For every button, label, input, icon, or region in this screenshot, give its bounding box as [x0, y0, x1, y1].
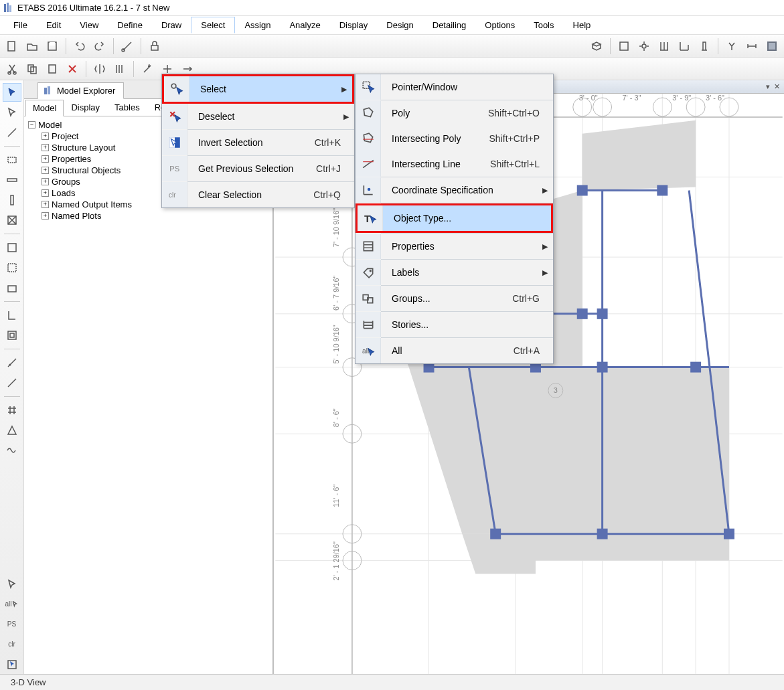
- menu-view[interactable]: View: [70, 17, 108, 33]
- bottom-cursor-tool[interactable]: [3, 655, 21, 674]
- menu-edit[interactable]: Edit: [37, 17, 70, 33]
- columns-button[interactable]: [655, 37, 674, 56]
- menu-detailing[interactable]: Detailing: [423, 17, 476, 33]
- menu-item-select[interactable]: Select▶: [164, 76, 352, 102]
- point-tool-button[interactable]: [138, 60, 157, 78]
- menu-item-clear-selection[interactable]: clrClear SelectionCtrl+Q: [162, 182, 354, 207]
- replicate-button[interactable]: [110, 60, 129, 78]
- explorer-subtab-display[interactable]: Display: [64, 99, 107, 116]
- draw-line-tool[interactable]: [3, 123, 21, 142]
- mirror-button[interactable]: [90, 60, 109, 78]
- menu-item-get-previous-selection[interactable]: PSGet Previous SelectionCtrl+J: [162, 156, 354, 181]
- tower-button[interactable]: [695, 37, 714, 56]
- save-button[interactable]: [43, 37, 62, 56]
- undo-button[interactable]: [70, 37, 89, 56]
- menu-analyze[interactable]: Analyze: [280, 17, 329, 33]
- view3d-button[interactable]: [587, 37, 606, 56]
- draw-wall-tool[interactable]: [3, 238, 21, 257]
- draw-beam-tool[interactable]: [3, 171, 21, 189]
- new-file-button[interactable]: [3, 37, 21, 56]
- walls-button[interactable]: [675, 37, 694, 56]
- svg-rect-25: [10, 333, 14, 337]
- menu-item-label: All: [381, 345, 497, 356]
- draw-floor-tool[interactable]: [3, 278, 21, 297]
- draw-l-tool[interactable]: [3, 306, 21, 325]
- ps-cursor-tool[interactable]: PS: [3, 615, 21, 634]
- menu-item-all[interactable]: allAllCtrl+A: [356, 338, 553, 363]
- menu-tools[interactable]: Tools: [524, 17, 563, 33]
- snap-button[interactable]: [118, 37, 137, 56]
- paste-button[interactable]: [43, 60, 62, 78]
- dimension-button[interactable]: [742, 37, 761, 56]
- open-button[interactable]: [23, 37, 42, 56]
- menu-item-shortcut: Ctrl+G: [496, 293, 540, 304]
- svg-rect-5: [50, 42, 55, 46]
- menu-options[interactable]: Options: [475, 17, 524, 33]
- draw-brace-tool[interactable]: [3, 211, 21, 230]
- draw-rect-tool[interactable]: [3, 151, 21, 169]
- redo-button[interactable]: [90, 37, 109, 56]
- menu-design[interactable]: Design: [377, 17, 422, 33]
- canvas-close-icon[interactable]: ✕: [774, 82, 780, 91]
- menu-item-poly[interactable]: PolyShift+Ctrl+O: [356, 100, 553, 126]
- render-button[interactable]: [763, 37, 781, 56]
- joint-button[interactable]: [635, 37, 653, 56]
- reshape-tool[interactable]: [3, 103, 21, 122]
- tree-item[interactable]: +Named Plots: [28, 210, 268, 222]
- pointer-tool[interactable]: [3, 83, 21, 102]
- tree-button[interactable]: [722, 37, 741, 56]
- canvas-menu-caret-icon[interactable]: ▾: [766, 82, 770, 91]
- lock-button[interactable]: [145, 37, 164, 56]
- menu-display[interactable]: Display: [330, 17, 378, 33]
- draw-column-tool[interactable]: [3, 191, 21, 209]
- tree-toggle-plus-icon[interactable]: +: [42, 167, 49, 174]
- menu-select[interactable]: Select: [191, 17, 235, 33]
- menu-item-labels[interactable]: Labels▶: [356, 260, 553, 285]
- tree-toggle-minus-icon[interactable]: −: [28, 121, 35, 128]
- tree-toggle-plus-icon[interactable]: +: [42, 189, 49, 197]
- menu-item-groups[interactable]: Groups...Ctrl+G: [356, 286, 553, 311]
- menu-item-label: Coordinate Specification: [381, 185, 540, 195]
- menu-help[interactable]: Help: [564, 17, 601, 33]
- menu-item-object-type[interactable]: TObject Type...: [358, 205, 551, 231]
- submenu-arrow-icon: ▶: [542, 242, 548, 251]
- model-explorer-tab[interactable]: Model Explorer: [37, 82, 124, 99]
- menu-assign[interactable]: Assign: [235, 17, 280, 33]
- menu-item-coordinate-specification[interactable]: Coordinate Specification▶: [356, 177, 553, 203]
- frame-button[interactable]: [615, 37, 633, 56]
- menu-item-intersecting-line[interactable]: Intersecting LineShift+Ctrl+L: [356, 151, 553, 177]
- draw-curve-tool[interactable]: [3, 373, 21, 392]
- menu-define[interactable]: Define: [108, 17, 152, 33]
- copy-button[interactable]: [23, 60, 42, 78]
- all-cursor-tool[interactable]: all: [3, 595, 21, 614]
- draw-dim-tool[interactable]: [3, 353, 21, 372]
- menu-item-invert-selection[interactable]: Invert SelectionCtrl+K: [162, 130, 354, 155]
- wave-tool[interactable]: [3, 441, 21, 460]
- draw-square-tool[interactable]: [3, 326, 21, 345]
- clr-cursor-tool[interactable]: clr: [3, 635, 21, 654]
- tree-toggle-plus-icon[interactable]: +: [42, 144, 49, 151]
- menu-item-properties[interactable]: Properties▶: [356, 234, 553, 259]
- svg-rect-21: [8, 244, 16, 252]
- tree-toggle-plus-icon[interactable]: +: [42, 155, 49, 163]
- menu-item-intersecting-poly[interactable]: Intersecting PolyShift+Ctrl+P: [356, 126, 553, 151]
- tree-toggle-plus-icon[interactable]: +: [42, 178, 49, 185]
- submenu-arrow-icon: ▶: [542, 268, 548, 277]
- delete-button[interactable]: [63, 60, 82, 78]
- cut-button[interactable]: [3, 60, 21, 78]
- grid-tool[interactable]: [3, 401, 21, 420]
- tree-toggle-plus-icon[interactable]: +: [42, 133, 49, 140]
- menu-item-stories[interactable]: Stories...: [356, 312, 553, 337]
- cursor-small-tool[interactable]: [3, 575, 21, 594]
- menu-draw[interactable]: Draw: [152, 17, 191, 33]
- menu-item-label: Object Type...: [383, 213, 538, 224]
- menu-item-deselect[interactable]: Deselect▶: [162, 104, 354, 129]
- menu-file[interactable]: File: [4, 17, 37, 33]
- template-tool[interactable]: [3, 421, 21, 440]
- explorer-subtab-tables[interactable]: Tables: [107, 99, 147, 116]
- tree-toggle-plus-icon[interactable]: +: [42, 212, 49, 220]
- tree-toggle-plus-icon[interactable]: +: [42, 201, 49, 208]
- draw-slab-tool[interactable]: [3, 258, 21, 277]
- menu-item-pointer-window[interactable]: Pointer/Window: [356, 74, 553, 100]
- explorer-subtab-model[interactable]: Model: [25, 100, 64, 116]
